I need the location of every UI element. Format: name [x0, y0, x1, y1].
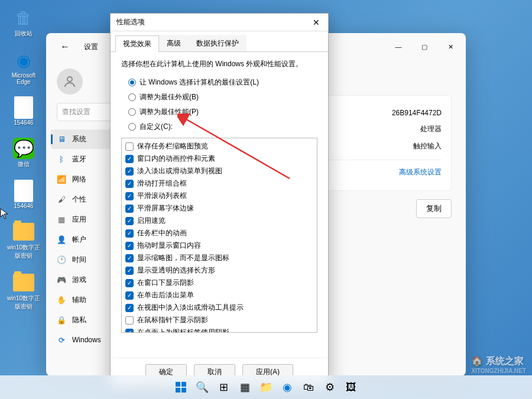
tab-bar: 视觉效果高级数据执行保护: [111, 31, 328, 52]
nav-icon: 🖥: [57, 135, 66, 144]
svg-point-0: [67, 77, 72, 82]
svg-rect-2: [176, 382, 180, 387]
checkbox-label: 窗口内的动画控件和元素: [137, 154, 215, 164]
search-placeholder: 查找设置: [62, 108, 90, 116]
checkbox-option[interactable]: ✓在单击后淡出菜单: [124, 290, 314, 301]
touch-label: 触控输入: [413, 141, 442, 151]
desktop-icon-edge[interactable]: ◉Microsoft Edge: [6, 48, 41, 85]
nav-icon: 🎮: [57, 275, 66, 285]
settings-taskbar-icon[interactable]: ⚙: [321, 378, 339, 396]
radio-icon: [128, 123, 136, 131]
desktop-icon-wechat[interactable]: 💬微信: [6, 137, 41, 168]
checkbox-option[interactable]: ✓任务栏中的动画: [124, 228, 314, 239]
nav-icon: 📶: [57, 175, 66, 184]
nav-icon: 🔒: [57, 316, 66, 325]
visual-effects-checklist[interactable]: 保存任务栏缩略图预览✓窗口内的动画控件和元素✓淡入淡出或滑动菜单到视图✓滑动打开…: [121, 138, 317, 333]
checkbox-option[interactable]: ✓启用速览: [124, 215, 314, 226]
task-view-icon[interactable]: ⊞: [215, 378, 232, 396]
radio-group: 让 Windows 选择计算机的最佳设置(L)调整为最佳外观(B)调整为最佳性能…: [121, 77, 317, 132]
radio-option[interactable]: 调整为最佳性能(P): [128, 107, 317, 117]
desktop-icon-folder[interactable]: win10数字正版密钥: [6, 271, 41, 311]
checkbox-label: 平滑滚动列表框: [137, 191, 187, 201]
desktop-icon-recycle[interactable]: 🗑回收站: [6, 6, 41, 38]
tab[interactable]: 高级: [159, 35, 189, 51]
nav-label: 时间: [72, 255, 86, 265]
nav-label: 蓝牙: [72, 154, 86, 164]
dialog-description: 选择你想在此计算机上使用的 Windows 外观和性能设置。: [121, 59, 317, 69]
checkbox-option[interactable]: ✓在视图中淡入淡出或滑动工具提示: [124, 302, 314, 313]
checkbox-option[interactable]: ✓在窗口下显示阴影: [124, 277, 314, 288]
checkbox-icon: ✓: [125, 242, 134, 250]
widgets-icon[interactable]: ▦: [236, 378, 254, 396]
dialog-title: 性能选项: [116, 17, 145, 27]
checkbox-label: 显示缩略图，而不是显示图标: [137, 253, 229, 263]
desktop-icon-folder[interactable]: win10数字正版密钥: [6, 220, 41, 260]
app-icon[interactable]: 🖼: [342, 378, 360, 396]
svg-rect-4: [176, 388, 180, 392]
nav-icon: ✋: [57, 296, 66, 305]
checkbox-option[interactable]: ✓淡入淡出或滑动菜单到视图: [124, 166, 314, 177]
checkbox-option[interactable]: 保存任务栏缩略图预览: [124, 141, 314, 152]
nav-label: Windows: [72, 336, 101, 344]
store-icon[interactable]: 🛍: [300, 378, 317, 396]
checkbox-icon: ✓: [125, 229, 134, 238]
radio-label: 调整为最佳外观(B): [140, 92, 199, 102]
checkbox-icon: ✓: [125, 217, 134, 225]
watermark: 🏠 系统之家 XITONGZHIJIA.NET: [471, 355, 526, 374]
nav-icon: ᛒ: [57, 155, 66, 164]
back-button[interactable]: ←: [56, 39, 74, 54]
radio-option[interactable]: 让 Windows 选择计算机的最佳设置(L): [128, 77, 317, 87]
taskbar: 🔍 ⊞ ▦ 📁 ◉ 🛍 ⚙ 🖼: [0, 375, 532, 399]
nav-label: 帐户: [72, 235, 86, 245]
desktop-icons: 🗑回收站◉Microsoft Edge154646💬微信154646win10数…: [6, 6, 41, 311]
nav-icon: ▦: [57, 215, 66, 225]
minimize-button[interactable]: —: [385, 38, 411, 56]
checkbox-option[interactable]: 在鼠标指针下显示阴影: [124, 314, 314, 326]
user-avatar[interactable]: [57, 69, 83, 95]
checkbox-icon: ✓: [125, 279, 134, 287]
svg-rect-3: [181, 382, 186, 387]
checkbox-option[interactable]: ✓显示缩略图，而不是显示图标: [124, 252, 314, 264]
settings-title: 设置: [84, 42, 98, 52]
checkbox-option[interactable]: ✓在桌面上为图标标签使用阴影: [124, 327, 314, 333]
checkbox-label: 滑动打开组合框: [137, 179, 187, 189]
nav-icon: 🖌: [57, 195, 66, 205]
checkbox-icon: ✓: [125, 329, 134, 333]
checkbox-option[interactable]: ✓窗口内的动画控件和元素: [124, 153, 314, 164]
window-controls: — ▢ ✕: [385, 38, 463, 56]
checkbox-icon: ✓: [125, 155, 134, 163]
checkbox-label: 拖动时显示窗口内容: [137, 241, 201, 251]
maximize-button[interactable]: ▢: [411, 38, 437, 56]
checkbox-option[interactable]: ✓平滑屏幕字体边缘: [124, 203, 314, 214]
checkbox-label: 在鼠标指针下显示阴影: [137, 315, 208, 325]
search-icon[interactable]: 🔍: [193, 378, 211, 396]
checkbox-icon: ✓: [125, 267, 134, 275]
radio-option[interactable]: 调整为最佳外观(B): [128, 92, 317, 102]
start-button[interactable]: [172, 378, 190, 396]
checkbox-icon: ✓: [125, 192, 134, 200]
radio-label: 自定义(C):: [140, 122, 173, 132]
radio-option[interactable]: 自定义(C):: [128, 122, 317, 132]
desktop-icon-text[interactable]: 154646: [6, 179, 41, 209]
edge-taskbar-icon[interactable]: ◉: [278, 378, 296, 396]
nav-label: 个性: [72, 194, 86, 205]
radio-icon: [128, 79, 136, 86]
close-button[interactable]: ✕: [437, 38, 463, 56]
checkbox-label: 任务栏中的动画: [137, 228, 187, 238]
device-id-value: 26B914F4472D: [392, 109, 442, 117]
checkbox-option[interactable]: ✓拖动时显示窗口内容: [124, 240, 314, 251]
tab[interactable]: 数据执行保护: [189, 35, 246, 51]
copy-button[interactable]: 复制: [416, 199, 452, 218]
desktop-icon-text[interactable]: 154646: [6, 96, 41, 126]
tab[interactable]: 视觉效果: [115, 35, 159, 52]
checkbox-option[interactable]: ✓滑动打开组合框: [124, 178, 314, 189]
checkbox-label: 淡入淡出或滑动菜单到视图: [137, 166, 222, 176]
radio-icon: [128, 108, 136, 116]
checkbox-option[interactable]: ✓显示亚透明的选择长方形: [124, 265, 314, 276]
file-explorer-icon[interactable]: 📁: [257, 378, 275, 396]
close-icon[interactable]: ✕: [308, 16, 325, 29]
checkbox-option[interactable]: ✓平滑滚动列表框: [124, 190, 314, 202]
advanced-system-settings-link[interactable]: 高级系统设置: [399, 167, 442, 177]
nav-icon: 🕐: [57, 255, 66, 265]
checkbox-label: 在视图中淡入淡出或滑动工具提示: [137, 303, 244, 313]
